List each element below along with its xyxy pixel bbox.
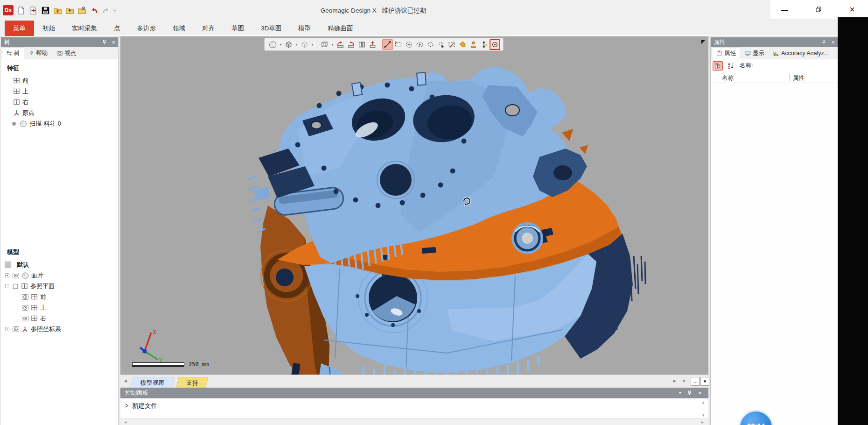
selection-visibility-icon[interactable] bbox=[490, 39, 500, 50]
ribbon-tab-exact-surface[interactable]: 精确曲面 bbox=[319, 21, 361, 36]
control-panel-hscrollbar[interactable]: ◂ ▸ bbox=[120, 418, 708, 425]
ribbon-tab-model[interactable]: 模型 bbox=[290, 21, 319, 36]
tree-item-ref-top[interactable]: 上 bbox=[1, 302, 118, 313]
minimize-button[interactable]: — bbox=[774, 1, 795, 18]
shaded-display-icon[interactable] bbox=[283, 39, 294, 50]
eye-icon[interactable] bbox=[12, 272, 20, 279]
expand-icon[interactable] bbox=[5, 273, 10, 278]
new-view-window-icon[interactable]: → bbox=[691, 377, 700, 386]
ellipse-selection-icon[interactable] bbox=[414, 39, 425, 50]
view-list-dropdown-icon[interactable]: ▾ bbox=[700, 377, 709, 386]
scroll-down-icon[interactable]: ▾ bbox=[702, 413, 705, 418]
tree-item-origin[interactable]: 原点 bbox=[1, 107, 118, 118]
categorized-view-button[interactable] bbox=[713, 61, 723, 71]
collapse-icon[interactable] bbox=[5, 283, 10, 289]
flip-view-icon[interactable] bbox=[335, 39, 346, 50]
tree-item-mesh[interactable]: 面片 bbox=[1, 270, 118, 281]
close-icon[interactable]: × bbox=[698, 388, 702, 398]
ribbon-tab-points[interactable]: 点 bbox=[105, 21, 129, 36]
export-folder-icon[interactable] bbox=[65, 6, 74, 15]
tree-item-ref-right[interactable]: 右 bbox=[1, 313, 118, 324]
tree-item-top[interactable]: 上 bbox=[1, 86, 118, 97]
tree-item-right[interactable]: 右 bbox=[1, 97, 118, 107]
tab-tree[interactable]: 树 bbox=[2, 48, 24, 59]
smart-lasso-selection-icon[interactable] bbox=[436, 39, 447, 50]
close-icon[interactable]: × bbox=[112, 39, 115, 45]
mesh-display-dropdown-icon[interactable]: ▾ bbox=[278, 42, 283, 47]
maximize-button[interactable] bbox=[808, 1, 829, 18]
sort-az-button[interactable] bbox=[725, 61, 735, 71]
tab-viewpoint[interactable]: 视点 bbox=[52, 48, 81, 59]
tab-scroll-right-icon[interactable]: ▸ bbox=[673, 378, 676, 384]
column-divider[interactable] bbox=[789, 74, 790, 81]
redo-icon[interactable] bbox=[102, 6, 111, 15]
tab-model-view[interactable]: 模型视图 bbox=[130, 377, 175, 388]
transparent-display-icon[interactable] bbox=[299, 39, 310, 50]
save-icon[interactable] bbox=[41, 6, 50, 15]
column-value[interactable]: 属性 bbox=[793, 74, 805, 82]
select-through-icon[interactable] bbox=[468, 39, 479, 50]
tab-support[interactable]: 支持 bbox=[176, 377, 209, 388]
tree-item-scan[interactable]: 扫描-料斗-0 bbox=[1, 118, 118, 129]
ribbon-tab-initial[interactable]: 初始 bbox=[34, 21, 63, 36]
eye-icon[interactable] bbox=[21, 293, 29, 301]
wireframe-display-dropdown-icon[interactable]: ▾ bbox=[330, 42, 335, 47]
control-panel-header[interactable]: 控制面板 ▾ × bbox=[120, 388, 708, 398]
tab-close-icon[interactable]: × bbox=[682, 378, 686, 384]
pin-icon[interactable] bbox=[101, 39, 107, 45]
tab-display[interactable]: 显示 bbox=[740, 48, 769, 59]
ribbon-tab-align[interactable]: 对齐 bbox=[194, 21, 223, 36]
toolbar-options-icon[interactable]: ▾ bbox=[114, 8, 116, 13]
ribbon-tab-sketch[interactable]: 草图 bbox=[223, 21, 252, 36]
tab-scroll-left-icon[interactable]: ◂ bbox=[124, 378, 127, 384]
3d-viewport[interactable]: ▾ ▾ ▾ ▾ ◤ X Y 250 mm bbox=[120, 36, 708, 375]
checkbox-icon[interactable] bbox=[12, 283, 19, 290]
wireframe-display-icon[interactable] bbox=[319, 39, 330, 50]
viewport-corner-arrow-icon[interactable]: ◤ bbox=[701, 39, 705, 45]
tree-item-ref-csys[interactable]: 参照坐标系 bbox=[1, 324, 118, 334]
ribbon-tab-3dsketch[interactable]: 3D草图 bbox=[252, 21, 290, 36]
ribbon-tab-live-capture[interactable]: 实时采集 bbox=[63, 21, 105, 36]
expand-icon[interactable] bbox=[5, 326, 10, 332]
name-field[interactable] bbox=[755, 62, 838, 70]
tree-item-ref-planes[interactable]: 参照平面 bbox=[1, 281, 118, 291]
collapse-panel-icon[interactable]: ▾ bbox=[679, 388, 681, 398]
tree-item-ref-front[interactable]: 前 bbox=[1, 291, 118, 302]
control-panel-item-new-file[interactable]: > 新建文件 bbox=[125, 402, 157, 410]
fill-selection-icon[interactable] bbox=[457, 39, 468, 50]
shaded-display-dropdown-icon[interactable]: ▾ bbox=[294, 42, 299, 47]
open-import-folder-icon[interactable] bbox=[53, 6, 62, 15]
pin-icon[interactable] bbox=[821, 39, 827, 45]
eye-icon[interactable] bbox=[12, 326, 20, 333]
close-button[interactable]: × bbox=[841, 1, 863, 18]
transparent-display-dropdown-icon[interactable]: ▾ bbox=[310, 42, 315, 47]
tree-item-front[interactable]: 前 bbox=[1, 75, 118, 86]
pin-icon[interactable] bbox=[686, 390, 693, 396]
line-selection-icon[interactable] bbox=[382, 39, 393, 50]
lasso-selection-icon[interactable] bbox=[425, 39, 436, 50]
undo-icon[interactable] bbox=[90, 6, 98, 15]
split-view-icon[interactable] bbox=[357, 39, 367, 50]
new-document-icon[interactable] bbox=[17, 6, 26, 15]
extend-selection-icon[interactable] bbox=[479, 39, 490, 50]
tab-accuracy-analyzer[interactable]: Accuracy Analyz... bbox=[769, 48, 833, 59]
scroll-left-icon[interactable]: ◂ bbox=[124, 419, 126, 425]
tab-help[interactable]: 帮助 bbox=[24, 48, 52, 59]
unfold-view-icon[interactable] bbox=[346, 39, 357, 50]
close-icon[interactable]: × bbox=[831, 39, 835, 45]
eye-icon[interactable] bbox=[21, 315, 29, 322]
scanned-model[interactable] bbox=[120, 36, 708, 375]
scroll-right-icon[interactable]: ▸ bbox=[701, 419, 704, 425]
properties-list-area[interactable] bbox=[711, 83, 838, 425]
ribbon-tab-menu[interactable]: 菜单 bbox=[5, 21, 34, 36]
ribbon-tab-polygons[interactable]: 多边形 bbox=[129, 21, 165, 36]
extract-view-icon[interactable] bbox=[367, 39, 378, 50]
app-logo-icon[interactable]: Dx bbox=[3, 5, 14, 15]
column-name[interactable]: 名称 bbox=[722, 74, 734, 82]
folder-settings-icon[interactable] bbox=[77, 6, 86, 15]
tab-properties[interactable]: 属性 bbox=[712, 48, 740, 59]
circle-selection-icon[interactable] bbox=[404, 39, 414, 50]
scroll-up-icon[interactable]: ▴ bbox=[702, 400, 705, 404]
brush-selection-icon[interactable] bbox=[447, 39, 457, 50]
tree-item-default[interactable]: 默认 bbox=[1, 259, 118, 270]
